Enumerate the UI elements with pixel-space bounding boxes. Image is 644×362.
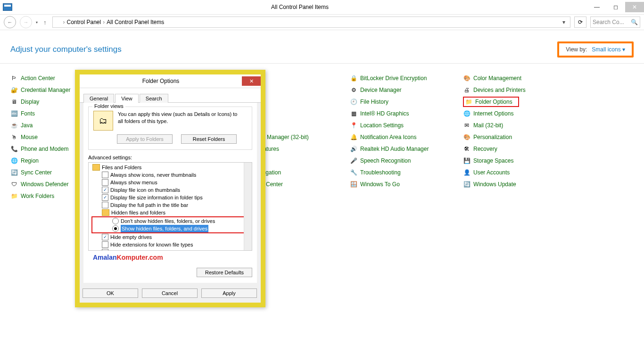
forward-button[interactable]: → xyxy=(20,16,32,28)
refresh-button[interactable]: ⟳ xyxy=(574,16,586,28)
checkbox[interactable] xyxy=(102,179,108,186)
cp-link[interactable]: Display xyxy=(21,99,39,105)
cp-link[interactable]: Mouse xyxy=(21,134,38,140)
cp-link[interactable]: Device Manager xyxy=(360,87,401,93)
checkbox[interactable] xyxy=(102,187,108,193)
address-bar[interactable]: › Control Panel › All Control Panel Item… xyxy=(52,16,571,28)
cp-item-bitlocker[interactable]: 🔒BitLocker Drive Encryption xyxy=(350,72,463,84)
cp-item-file-history[interactable]: 🕘File History xyxy=(350,96,463,107)
cp-link[interactable]: Windows Update xyxy=(473,181,516,188)
radio[interactable] xyxy=(112,218,119,224)
history-dropdown[interactable]: ▾ xyxy=(36,20,38,25)
cp-link[interactable]: Location Settings xyxy=(360,122,404,129)
cp-item-recovery[interactable]: 🛠Recovery xyxy=(463,143,576,155)
cp-link[interactable]: Work Folders xyxy=(21,193,54,199)
cp-item-troubleshooting[interactable]: 🔧Troubleshooting xyxy=(350,166,463,178)
cp-link[interactable]: Speech Recognition xyxy=(360,157,411,164)
back-button[interactable]: ← xyxy=(4,16,16,28)
advanced-settings-tree[interactable]: Files and Folders Always show icons, nev… xyxy=(88,162,252,251)
cp-item-windows-togo[interactable]: 🪟Windows To Go xyxy=(350,178,463,190)
minimize-button[interactable]: — xyxy=(587,2,606,12)
cp-link[interactable]: Devices and Printers xyxy=(473,87,526,93)
checkbox[interactable] xyxy=(102,202,108,208)
cp-link[interactable]: Troubleshooting xyxy=(360,169,401,176)
tree-node[interactable]: Always show icons, never thumbnails xyxy=(91,171,252,179)
cp-link[interactable]: Windows Defender xyxy=(21,181,68,188)
ok-button[interactable]: OK xyxy=(83,288,138,298)
cp-item-user-accounts[interactable]: 👤User Accounts xyxy=(463,166,576,178)
view-by-control[interactable]: View by: Small icons ▾ xyxy=(557,41,634,58)
breadcrumb-root[interactable]: Control Panel xyxy=(67,19,101,25)
cp-link[interactable]: Java xyxy=(21,122,33,129)
cp-item-speech[interactable]: 🎤Speech Recognition xyxy=(350,155,463,166)
cp-link[interactable]: Recovery xyxy=(473,146,497,152)
breadcrumb-current[interactable]: All Control Panel Items xyxy=(107,19,164,25)
dialog-titlebar[interactable]: Folder Options ✕ xyxy=(80,74,261,88)
restore-defaults-button[interactable]: Restore Defaults xyxy=(197,268,252,277)
cp-link[interactable]: Notification Area Icons xyxy=(360,134,416,140)
cp-link[interactable]: Folder Options xyxy=(475,99,512,105)
cp-link[interactable]: Personalization xyxy=(473,134,512,140)
tab-general[interactable]: General xyxy=(83,94,114,103)
tree-node[interactable]: Display file icon on thumbnails xyxy=(91,186,252,194)
cp-item-device-manager[interactable]: ⚙Device Manager xyxy=(350,84,463,96)
maximize-button[interactable]: ◻ xyxy=(606,2,625,12)
cp-link[interactable]: User Accounts xyxy=(473,169,510,176)
cp-link[interactable]: Mail (32-bit) xyxy=(473,122,503,129)
cp-item-internet-options[interactable]: 🌐Internet Options xyxy=(463,107,576,119)
tree-node-highlight[interactable]: Show hidden files, folders, and drives xyxy=(91,225,252,233)
cp-link[interactable]: Storage Spaces xyxy=(473,157,513,164)
cp-item-realtek-audio[interactable]: 🔊Realtek HD Audio Manager xyxy=(350,143,463,155)
cp-item-intel-graphics[interactable]: ▦Intel® HD Graphics xyxy=(350,107,463,119)
checkbox[interactable] xyxy=(102,172,108,178)
cp-link[interactable]: Fonts xyxy=(21,110,35,117)
cp-link[interactable]: Intel® HD Graphics xyxy=(360,110,409,117)
cp-item-storage-spaces[interactable]: 💾Storage Spaces xyxy=(463,155,576,166)
cp-link[interactable]: Credential Manager xyxy=(21,87,70,93)
cp-link[interactable]: File History xyxy=(360,99,388,105)
cp-link[interactable]: Phone and Modem xyxy=(21,146,68,152)
cp-link[interactable]: Windows To Go xyxy=(360,181,400,188)
tree-node-highlight[interactable]: Don't show hidden files, folders, or dri… xyxy=(91,216,252,225)
checkbox[interactable] xyxy=(102,249,108,251)
checkbox[interactable] xyxy=(102,241,108,248)
cp-link[interactable]: Internet Options xyxy=(473,110,513,117)
tree-node[interactable]: Always show menus xyxy=(91,179,252,186)
view-by-value[interactable]: Small icons ▾ xyxy=(592,46,625,53)
cp-link[interactable]: Sync Center xyxy=(21,169,52,176)
reset-folders-button[interactable]: Reset Folders xyxy=(181,134,237,144)
tree-node[interactable]: Display the full path in the title bar xyxy=(91,201,252,209)
cp-link[interactable]: Color Management xyxy=(473,75,521,82)
cp-link[interactable]: BitLocker Drive Encryption xyxy=(360,75,427,82)
radio[interactable] xyxy=(112,225,119,232)
up-button[interactable]: ↑ xyxy=(41,19,49,26)
dialog-close-button[interactable]: ✕ xyxy=(242,76,261,86)
cp-item-folder-options[interactable]: 📁Folder Options xyxy=(463,96,576,107)
tree-node[interactable]: Hide extensions for known file types xyxy=(91,241,252,248)
cp-link[interactable]: Realtek HD Audio Manager xyxy=(360,146,429,152)
cp-item-color-management[interactable]: 🎨Color Management xyxy=(463,72,576,84)
cp-item-devices-printers[interactable]: 🖨Devices and Printers xyxy=(463,84,576,96)
tab-view[interactable]: View xyxy=(115,94,139,103)
search-input[interactable]: Search Co... 🔍 xyxy=(590,16,640,28)
apply-button[interactable]: Apply xyxy=(201,288,257,298)
cp-item-windows-update[interactable]: 🔄Windows Update xyxy=(463,178,576,190)
cp-link[interactable]: Action Center xyxy=(21,75,55,82)
tab-search[interactable]: Search xyxy=(140,94,168,103)
apply-to-folders-button[interactable]: Apply to Folders xyxy=(117,134,173,144)
address-dropdown[interactable]: ▾ xyxy=(560,19,568,25)
cancel-button[interactable]: Cancel xyxy=(142,288,198,298)
cp-item-notification-icons[interactable]: 🔔Notification Area Icons xyxy=(350,131,463,143)
tree-node[interactable]: Display file size information in folder … xyxy=(91,194,252,201)
scrollbar[interactable] xyxy=(244,163,252,250)
checkbox[interactable] xyxy=(102,194,108,201)
cp-item-mail[interactable]: ✉Mail (32-bit) xyxy=(463,119,576,131)
tree-node[interactable]: Hide empty drives xyxy=(91,233,252,241)
close-button[interactable]: ✕ xyxy=(625,2,644,12)
tree-node[interactable]: Hide folder merge conflicts xyxy=(91,248,252,251)
cp-link[interactable]: Region xyxy=(21,157,39,164)
checkbox[interactable] xyxy=(102,234,108,240)
cp-item-personalization[interactable]: 🎨Personalization xyxy=(463,131,576,143)
cp-item-location[interactable]: 📍Location Settings xyxy=(350,119,463,131)
tree-label: Always show icons, never thumbnails xyxy=(110,171,196,179)
